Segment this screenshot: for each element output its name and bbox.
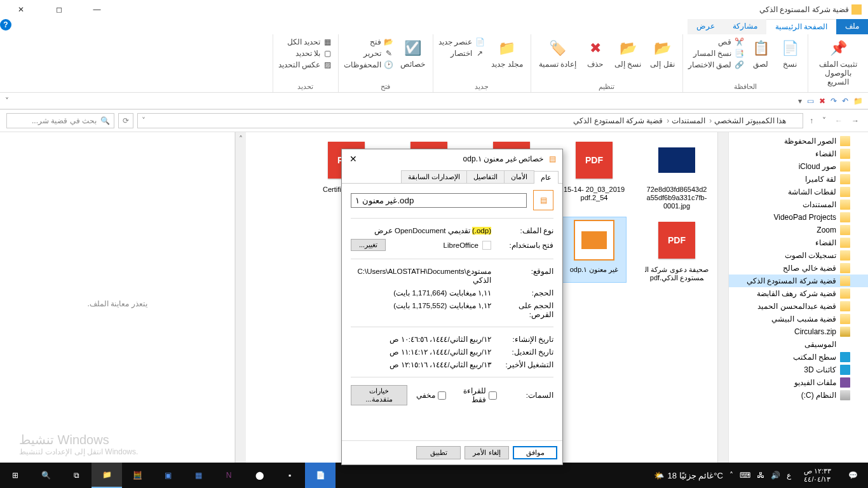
tab-share[interactable]: مشاركة: [724, 19, 766, 34]
properties-button[interactable]: ☑️خصائص: [398, 37, 428, 70]
refresh-button[interactable]: ⟳: [118, 113, 133, 128]
qat-folder-icon[interactable]: 📁: [853, 97, 863, 105]
taskbar-explorer[interactable]: 📁: [92, 463, 122, 488]
select-all-button[interactable]: ▦تحديد الكل: [287, 37, 333, 47]
nav-item[interactable]: Circulars.zip: [729, 325, 868, 338]
rename-button[interactable]: 🏷️إعادة تسمية: [536, 37, 579, 70]
nav-item[interactable]: Zoom: [729, 224, 868, 236]
taskbar-app3[interactable]: ▪: [275, 463, 305, 488]
copy-button[interactable]: 📄نسخ: [777, 37, 803, 70]
system-tray[interactable]: ˄ ⌨ 🖧 🔊 ع: [723, 471, 797, 480]
navigation-pane[interactable]: الصور المحفوظةالقضاءصور iCloudلقة كاميرا…: [728, 132, 868, 475]
move-to-button[interactable]: 📂نقل إلى: [648, 37, 677, 70]
navpane-scrollbar[interactable]: [717, 132, 728, 475]
readonly-checkbox[interactable]: للقراءة فقط: [455, 386, 497, 404]
taskbar-app1[interactable]: ▣: [153, 463, 183, 488]
address-bar[interactable]: هذا الكمبيوتر الشخصي‹ المستندات‹ قضية شر…: [137, 113, 803, 128]
new-folder-button[interactable]: 📁مجلد جديد: [489, 37, 525, 70]
address-dropdown-icon[interactable]: ˅: [142, 116, 146, 125]
nav-item[interactable]: قضية مشبب البيشي: [729, 313, 868, 325]
tray-keyboard-icon[interactable]: ⌨: [740, 471, 750, 480]
taskbar-clock[interactable]: ١٢:٣٣ ص٤٤/٠٤/١٣: [797, 467, 837, 484]
nav-recent-button[interactable]: ˅: [820, 114, 829, 128]
tray-up-icon[interactable]: ˄: [729, 471, 733, 480]
taskbar-libreoffice[interactable]: 📄: [305, 463, 336, 488]
tray-volume-icon[interactable]: 🔊: [771, 471, 780, 480]
history-button[interactable]: 🕑المحفوظات: [344, 60, 394, 70]
dialog-close-button[interactable]: ✕: [347, 151, 360, 166]
nav-item[interactable]: الصور المحفوظة: [729, 135, 868, 147]
copy-to-button[interactable]: 📂نسخ إلى: [612, 37, 644, 70]
nav-item[interactable]: النظام (C:): [729, 389, 868, 402]
nav-item[interactable]: تسجيلات الصوت: [729, 249, 868, 262]
taskbar-app2[interactable]: ▦: [183, 463, 214, 488]
start-button[interactable]: ⊞: [0, 463, 31, 488]
nav-item[interactable]: ملفات الفيديو: [729, 376, 868, 389]
invert-selection-button[interactable]: ▨عكس التحديد: [278, 60, 333, 70]
notifications-button[interactable]: 💬: [837, 463, 868, 488]
filelist-scrollbar[interactable]: ˄: [235, 132, 246, 475]
qat-undo-icon[interactable]: ↶: [842, 97, 848, 105]
nav-item[interactable]: سطح المكتب: [729, 351, 868, 363]
nav-item[interactable]: لقة كاميرا: [729, 173, 868, 186]
taskbar-onenote[interactable]: N: [214, 463, 244, 488]
nav-item[interactable]: قضية خالي صالح: [729, 262, 868, 274]
maximize-button[interactable]: ◻: [44, 0, 73, 19]
easy-access-button[interactable]: ↗اختصار: [451, 48, 485, 58]
nav-item[interactable]: المستندات: [729, 198, 868, 211]
delete-button[interactable]: ✖حذف: [583, 37, 608, 70]
file-item[interactable]: PDF2019_03_20 15-14-54_2.pdf: [562, 137, 626, 211]
dialog-tab-general[interactable]: عام: [534, 171, 559, 184]
nav-up-button[interactable]: ↑: [807, 114, 816, 128]
new-item-button[interactable]: 📄عنصر جديد: [438, 37, 485, 47]
edit-button[interactable]: ✎تحرير: [363, 48, 394, 58]
taskbar-weather[interactable]: 🌤️غائم جزئيًا 18°C: [654, 471, 723, 480]
taskbar-chrome[interactable]: ⬤: [244, 463, 275, 488]
qat-delete-icon[interactable]: ✖: [819, 97, 825, 105]
nav-item[interactable]: قضية شركة رهف القابضة: [729, 287, 868, 300]
change-app-button[interactable]: تغيير...: [351, 239, 386, 251]
nav-item[interactable]: لقطات الشاشة: [729, 186, 868, 198]
cut-button[interactable]: ✂️قص: [718, 37, 744, 47]
select-none-button[interactable]: ▢بلا تحديد: [295, 48, 333, 58]
search-input[interactable]: 🔍 بحث في قضية شر...: [6, 113, 114, 128]
tray-network-icon[interactable]: 🖧: [757, 471, 764, 480]
apply-button[interactable]: تطبيق: [416, 446, 461, 459]
taskbar-calculator[interactable]: 🧮: [122, 463, 153, 488]
minimize-button[interactable]: —: [83, 0, 111, 19]
qat-rename-icon[interactable]: ▭: [807, 97, 814, 105]
tab-home[interactable]: الصفحة الرئيسية: [766, 19, 836, 34]
nav-back-button[interactable]: →: [849, 114, 862, 128]
tab-view[interactable]: عرض: [688, 19, 724, 34]
file-item[interactable]: PDFصحيفة دعوى شركة المستودع الذكي.pdf: [645, 217, 709, 282]
nav-forward-button[interactable]: ←: [832, 114, 845, 128]
file-item[interactable]: غير معنون ١.odp: [562, 217, 626, 282]
paste-button[interactable]: 📋لصق: [748, 37, 773, 70]
nav-item[interactable]: VideoPad Projects: [729, 211, 868, 224]
open-button[interactable]: 📂فتح: [370, 37, 394, 47]
advanced-button[interactable]: خيارات متقدمة...: [351, 385, 407, 405]
scroll-up-icon[interactable]: ˄: [239, 135, 243, 144]
dialog-tab-details[interactable]: التفاصيل: [466, 170, 505, 183]
tray-lang-icon[interactable]: ع: [787, 471, 791, 480]
nav-item[interactable]: كائنات 3D: [729, 363, 868, 376]
nav-item[interactable]: صور iCloud: [729, 160, 868, 173]
close-button[interactable]: ✕: [6, 0, 35, 19]
paste-shortcut-button[interactable]: 🔗لصق الاختصار: [688, 60, 744, 70]
dialog-tab-security[interactable]: الأمان: [504, 170, 534, 183]
nav-item[interactable]: القضاء: [729, 236, 868, 249]
qat-redo-icon[interactable]: ↷: [831, 97, 837, 105]
search-button[interactable]: 🔍: [31, 463, 61, 488]
task-view-button[interactable]: ⧉: [61, 463, 92, 488]
pin-button[interactable]: 📌تثبيت الملف بالوصول السريع: [813, 37, 863, 88]
filename-input[interactable]: [351, 193, 527, 208]
dialog-tab-previous[interactable]: الإصدارات السابقة: [401, 170, 467, 183]
copy-path-button[interactable]: 📑نسخ المسار: [693, 48, 744, 58]
collapse-ribbon-icon[interactable]: ˅: [5, 97, 9, 105]
nav-item[interactable]: الموسيقى: [729, 338, 868, 351]
cancel-button[interactable]: إلغاء الأمر: [465, 446, 509, 459]
nav-item[interactable]: القضاء: [729, 147, 868, 160]
help-icon[interactable]: ?: [0, 19, 11, 30]
nav-item[interactable]: قضية شركة المستودع الذكي: [729, 274, 868, 287]
file-item[interactable]: 72e8d03fd86543d2a55df6b9a331c7fb-0001.jp…: [645, 137, 709, 211]
